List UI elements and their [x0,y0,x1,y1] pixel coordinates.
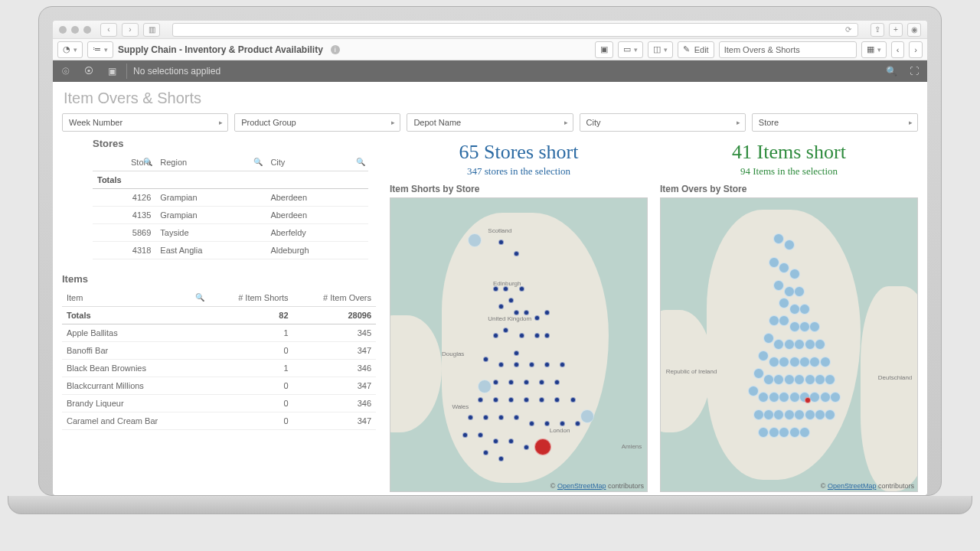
table-row[interactable]: Caramel and Cream Bar0347 [62,412,376,430]
selection-text: No selections applied [133,66,220,77]
col-region[interactable]: Region🔍 [155,154,266,171]
map-attribution: © OpenStreetMap contributors [821,482,914,490]
map-dot [534,315,540,321]
snapshot-button[interactable]: ▣ [595,41,613,58]
map-dot [789,304,800,315]
bookmark-button[interactable]: ◫▾ [648,41,673,58]
stores-table[interactable]: Store🔍 Region🔍 City🔍 Totals 4126Grampian… [93,154,368,259]
kpi-stores-short: 65 Stores short 347 stores in the select… [390,138,648,178]
map-dot [779,392,789,403]
next-sheet-button[interactable]: › [909,41,923,58]
laptop-base [8,496,972,514]
sheet-selector[interactable]: Item Overs & Shorts [719,41,857,58]
selection-forward-icon[interactable]: ⦿ [80,63,97,80]
col-city[interactable]: City🔍 [266,154,368,171]
table-row[interactable]: 4318East AngliaAldeburgh [93,242,368,259]
map-dot [784,339,795,350]
table-row[interactable]: 5869TaysideAberfeldy [93,224,368,242]
map-dot [794,374,805,385]
maximize-window-icon[interactable] [83,26,91,34]
table-row[interactable]: Banoffi Bar0347 [62,342,376,360]
search-icon: 🔍 [195,293,204,302]
map-canvas-overs[interactable]: Republic of Ireland Deutschland © OpenSt… [660,197,918,492]
grid-button[interactable]: ▦▾ [861,41,887,58]
table-row[interactable]: Apple Ballitas1345 [62,324,376,342]
map-dot [519,333,524,338]
col-store[interactable]: Store🔍 [93,154,155,171]
search-icon: 🔍 [143,158,152,166]
map-dot [799,357,810,367]
map-canvas-shorts[interactable]: Scotland Edinburgh United Kingdom Dougla… [390,197,648,492]
filter-week-number[interactable]: Week Number▸ [62,113,228,132]
map-dot [830,392,841,403]
more-menu-icon[interactable]: ⋮ [373,197,376,209]
col-overs[interactable]: # Item Overs [293,289,376,307]
map-dot [544,310,550,315]
filter-depot-name[interactable]: Depot Name▸ [407,113,573,132]
map-dot [763,409,774,420]
list-menu-button[interactable]: ≔▾ [87,41,113,58]
map-dot [514,310,519,315]
table-row[interactable]: Black Bean Brownies1346 [62,360,376,377]
shield-icon[interactable]: ◉ [907,23,921,37]
map-dot [784,409,795,420]
map-dot [468,415,473,420]
kpi-sub: 94 Items in the selection [660,165,918,178]
prev-sheet-button[interactable]: ‹ [891,41,905,58]
map-dot [805,409,815,420]
filter-store[interactable]: Store▸ [752,113,918,132]
info-icon[interactable]: i [331,45,340,54]
kpi-value: 65 Stores short [390,141,648,164]
map-dot [769,427,779,438]
table-row[interactable]: 4126GrampianAberdeen [93,189,368,207]
sidebar-toggle-button[interactable]: ▥ [143,23,160,37]
new-tab-icon[interactable]: + [889,23,903,37]
map-title: Item Shorts by Store [390,184,648,194]
map-dot [534,333,540,338]
edit-button[interactable]: ✎ Edit [678,41,714,58]
osm-link[interactable]: OpenStreetMap [828,482,877,490]
close-window-icon[interactable] [59,26,67,34]
map-dot [805,374,815,385]
map-label: Scotland [488,227,511,234]
nav-menu-button[interactable]: ◔▾ [57,41,83,58]
table-row[interactable]: 4135GrampianAberdeen [93,207,368,224]
map-dot [769,392,779,403]
table-row-totals: Totals 82 28096 [62,307,376,324]
col-shorts[interactable]: # Item Shorts [207,289,293,307]
map-dot [503,328,508,333]
map-dot [580,409,594,423]
pencil-icon: ✎ [683,44,690,54]
items-table[interactable]: Item🔍 # Item Shorts # Item Overs Totals … [62,289,376,430]
map-dot [524,445,529,450]
filter-product-group[interactable]: Product Group▸ [234,113,400,132]
items-title: Items [62,273,376,285]
map-dot [519,286,524,292]
map-label: Amiens [622,443,642,450]
refresh-icon[interactable]: ⟳ [845,25,851,34]
osm-link[interactable]: OpenStreetMap [557,482,606,490]
map-dot [493,439,498,444]
map-label: Wales [452,403,469,410]
map-dot [789,427,800,438]
clear-selection-icon[interactable]: ▣ [103,63,120,80]
address-bar[interactable]: ⟳ [172,23,858,37]
search-icon[interactable]: 🔍 [883,63,900,80]
browser-forward-button[interactable]: › [122,23,139,37]
browser-back-button[interactable]: ‹ [100,23,117,37]
map-label: Republic of Ireland [666,368,717,375]
selection-tool-icon[interactable]: ⛶ [906,63,923,80]
map-dot [514,350,519,356]
selection-back-icon[interactable]: ⦾ [57,63,74,80]
col-item[interactable]: Item🔍 [62,289,207,307]
present-button[interactable]: ▭▾ [618,41,643,58]
filter-city[interactable]: City▸ [580,113,746,132]
minimize-window-icon[interactable] [71,26,79,34]
map-dot [784,286,795,297]
table-row[interactable]: Blackcurrant Millions0347 [62,377,376,395]
map-attribution: © OpenStreetMap contributors [550,482,644,490]
stores-panel: Stores Store🔍 Region🔍 City🔍 [62,138,376,259]
share-icon[interactable]: ⇪ [871,23,884,37]
table-row[interactable]: Brandy Liqueur0346 [62,395,376,412]
map-dot [753,368,764,379]
